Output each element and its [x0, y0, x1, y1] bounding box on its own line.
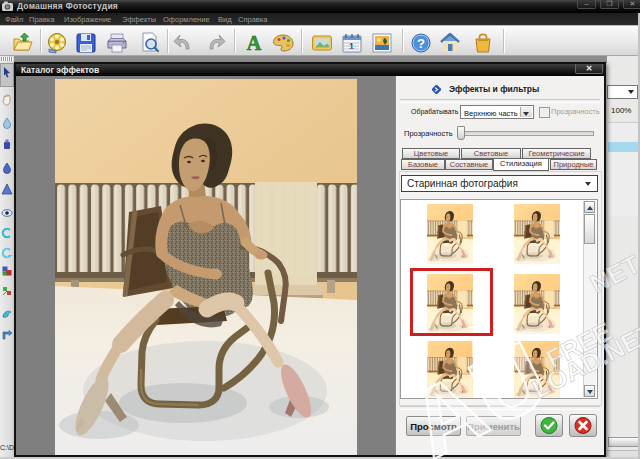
svg-text:?: ?	[417, 36, 425, 51]
svg-text:A: A	[247, 32, 262, 54]
